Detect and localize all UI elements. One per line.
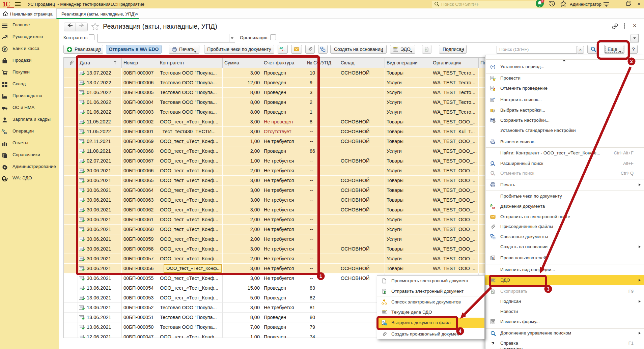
svg-text:С: С	[5, 1, 10, 8]
svg-text:₽: ₽	[4, 47, 6, 51]
svg-text:3: 3	[541, 0, 543, 3]
